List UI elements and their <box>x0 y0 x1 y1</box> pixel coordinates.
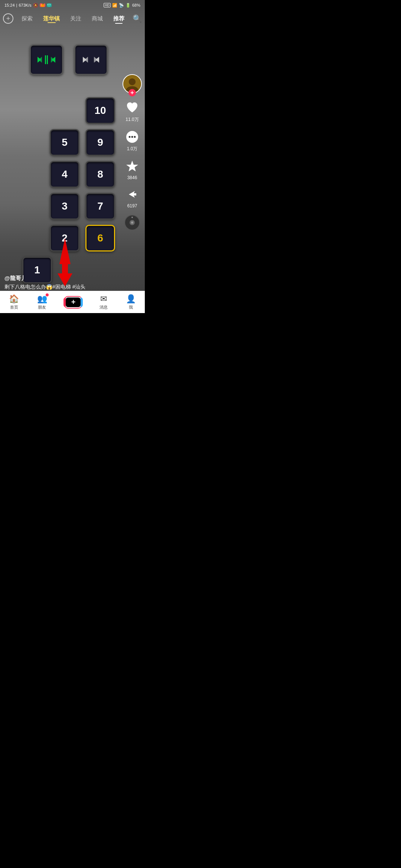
nav-friends[interactable]: 👥 朋友 <box>37 294 47 310</box>
time: 15:24 <box>4 3 15 7</box>
status-left: 15:24 | 673K/s 🔕 🍊 🛡 <box>4 3 52 8</box>
music-icon <box>124 214 140 231</box>
music-disc <box>124 214 140 231</box>
svg-marker-17 <box>126 161 138 171</box>
svg-marker-23 <box>58 273 72 286</box>
network-speed-value: 673K/s <box>19 3 31 7</box>
svg-point-21 <box>131 217 133 218</box>
nav-messages[interactable]: ✉ 消息 <box>100 294 108 310</box>
right-sidebar: + 11.0万 1.0万 3846 <box>123 74 142 231</box>
floor-row-10: 10 <box>22 97 115 124</box>
floor-button-6[interactable]: 6 <box>85 225 115 251</box>
like-count: 11.0万 <box>125 116 138 123</box>
share-count: 6197 <box>127 203 137 208</box>
svg-point-16 <box>134 136 136 138</box>
control-row <box>22 45 115 75</box>
floor-button-8[interactable]: 8 <box>85 161 115 188</box>
nav-messages-label: 消息 <box>100 305 108 310</box>
bottom-nav: 🏠 首页 👥 朋友 + ✉ 消息 👤 我 <box>0 291 145 313</box>
floor-row-4-8: 4 8 <box>22 161 115 188</box>
svg-marker-5 <box>51 57 55 63</box>
creator-avatar-container[interactable]: + <box>123 74 142 93</box>
svg-rect-2 <box>45 55 46 64</box>
nav-add-button[interactable]: + <box>3 13 13 24</box>
follow-button[interactable]: + <box>128 89 136 96</box>
messages-icon: ✉ <box>100 294 107 304</box>
svg-point-15 <box>131 136 133 138</box>
svg-point-20 <box>131 221 133 224</box>
battery-percent: 68% <box>132 3 140 7</box>
nav-profile[interactable]: 👤 我 <box>126 294 136 310</box>
battery-icon: 🔋 <box>125 3 131 8</box>
svg-marker-9 <box>94 57 98 63</box>
collect-action[interactable]: 3846 <box>124 158 140 180</box>
door-close-button[interactable] <box>74 45 108 75</box>
mute-icon: 🔕 <box>33 3 38 8</box>
collect-count: 3846 <box>127 175 137 180</box>
door-open-button[interactable] <box>30 45 63 75</box>
nav-friends-label: 朋友 <box>38 305 46 310</box>
share-icon <box>124 186 140 203</box>
create-button[interactable]: + <box>65 297 81 308</box>
heart-icon <box>124 99 140 116</box>
nav-item-lianhuzhen[interactable]: 莲华镇 <box>41 15 62 22</box>
share-action[interactable]: 6197 <box>124 186 140 208</box>
like-action[interactable]: 11.0万 <box>124 99 140 123</box>
nav-bar: + 探索 莲华镇 关注 商城 推荐 🔍 <box>0 10 145 27</box>
svg-marker-22 <box>59 238 71 279</box>
svg-point-14 <box>129 136 131 138</box>
status-bar: 15:24 | 673K/s 🔕 🍊 🛡 HD 📶 📡 🔋 68% <box>0 0 145 10</box>
nav-item-follow[interactable]: 关注 <box>68 15 84 22</box>
comment-count: 1.0万 <box>127 146 138 152</box>
home-icon: 🏠 <box>9 294 19 304</box>
floor-button-4[interactable]: 4 <box>50 161 79 188</box>
nav-item-shop[interactable]: 商城 <box>89 15 105 22</box>
nav-item-explore[interactable]: 探索 <box>19 15 35 22</box>
hd-badge: HD <box>104 3 111 7</box>
floor-button-9[interactable]: 9 <box>85 129 115 156</box>
friends-notification-dot <box>46 293 49 296</box>
svg-marker-7 <box>84 57 88 63</box>
comment-icon <box>124 129 140 145</box>
notification-icon: 🍊 <box>40 3 45 7</box>
floor-button-10[interactable]: 10 <box>85 97 115 124</box>
floor-row-3-7: 3 7 <box>22 193 115 220</box>
shield-icon: 🛡 <box>47 3 52 7</box>
svg-rect-3 <box>47 55 48 64</box>
network-speed: | <box>16 3 17 7</box>
nav-home-label: 首页 <box>10 305 18 310</box>
comment-action[interactable]: 1.0万 <box>124 129 140 152</box>
svg-point-11 <box>129 78 136 85</box>
search-icon[interactable]: 🔍 <box>133 14 142 23</box>
svg-marker-1 <box>38 57 42 63</box>
floor-button-5[interactable]: 5 <box>50 129 79 156</box>
nav-item-recommend[interactable]: 推荐 <box>111 15 127 22</box>
floor-row-5-9: 5 9 <box>22 129 115 156</box>
floor-button-7[interactable]: 7 <box>85 193 115 220</box>
signal-icon: 📶 <box>112 3 117 8</box>
nav-home[interactable]: 🏠 首页 <box>9 294 19 310</box>
profile-icon: 👤 <box>126 294 136 304</box>
status-right: HD 📶 📡 🔋 68% <box>104 3 140 8</box>
nav-profile-label: 我 <box>129 305 133 310</box>
red-arrow <box>50 238 80 288</box>
wifi-icon: 📡 <box>119 3 124 8</box>
nav-create[interactable]: + <box>65 297 81 308</box>
floor-button-3[interactable]: 3 <box>50 193 79 220</box>
star-icon <box>124 158 140 174</box>
